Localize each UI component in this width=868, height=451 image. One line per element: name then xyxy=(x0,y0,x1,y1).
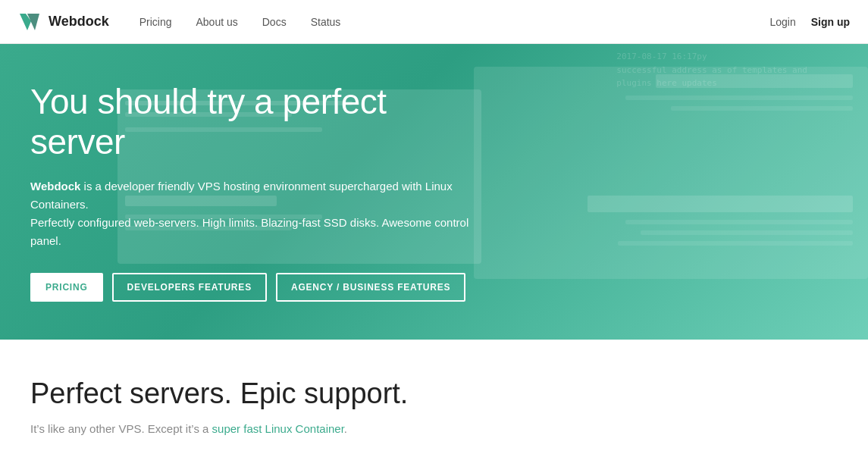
header-actions: Login Sign up xyxy=(769,16,850,28)
subtitle-plain: It’s like any other VPS. Except it’s a xyxy=(30,422,212,435)
nav-status[interactable]: Status xyxy=(311,16,341,28)
hero-bg-panel2 xyxy=(474,67,868,279)
main-nav: Pricing About us Docs Status xyxy=(139,16,770,28)
bg-line-r4 xyxy=(588,196,853,212)
nav-docs[interactable]: Docs xyxy=(262,16,287,28)
section-title: Perfect servers. Epic support. xyxy=(30,377,838,410)
bg-line-r1 xyxy=(656,74,853,88)
bg-line-r3 xyxy=(671,106,853,111)
logo-area[interactable]: Webdock xyxy=(18,11,109,33)
hero-section: 2017-08-17 16:17py successful address as… xyxy=(0,44,868,340)
bg-line-r7 xyxy=(618,241,853,246)
below-hero-section: Perfect servers. Epic support. It’s like… xyxy=(0,340,868,451)
signup-button[interactable]: Sign up xyxy=(811,16,850,28)
section-subtitle: It’s like any other VPS. Except it’s a s… xyxy=(30,421,838,438)
bg-line-r6 xyxy=(641,230,853,235)
hero-buttons: PRICING DEVELOPERS FEATURES AGENCY / BUS… xyxy=(30,273,470,302)
agency-business-features-button[interactable]: AGENCY / BUSINESS FEATURES xyxy=(276,273,465,302)
login-link[interactable]: Login xyxy=(769,16,795,28)
subtitle-link[interactable]: super fast Linux Container xyxy=(212,422,344,435)
subtitle-end: . xyxy=(344,422,347,435)
bg-line-r5 xyxy=(625,220,853,224)
nav-pricing[interactable]: Pricing xyxy=(139,16,172,28)
header: Webdock Pricing About us Docs Status Log… xyxy=(0,0,868,44)
developers-features-button[interactable]: DEVELOPERS FEATURES xyxy=(112,273,267,302)
nav-about[interactable]: About us xyxy=(196,16,237,28)
hero-content: You should try a perfect server Webdock … xyxy=(30,82,470,302)
hero-description: Webdock is a developer friendly VPS host… xyxy=(30,177,470,250)
logo-icon xyxy=(18,11,41,33)
hero-title: You should try a perfect server xyxy=(30,82,470,162)
bg-line-r2 xyxy=(625,96,853,100)
logo-text: Webdock xyxy=(49,14,109,30)
pricing-button[interactable]: PRICING xyxy=(30,273,103,302)
hero-bg-terminal-text: 2017-08-17 16:17py successful address as… xyxy=(616,50,807,90)
hero-desc-text: is a developer friendly VPS hosting envi… xyxy=(30,180,468,247)
hero-desc-bold: Webdock xyxy=(30,180,80,193)
